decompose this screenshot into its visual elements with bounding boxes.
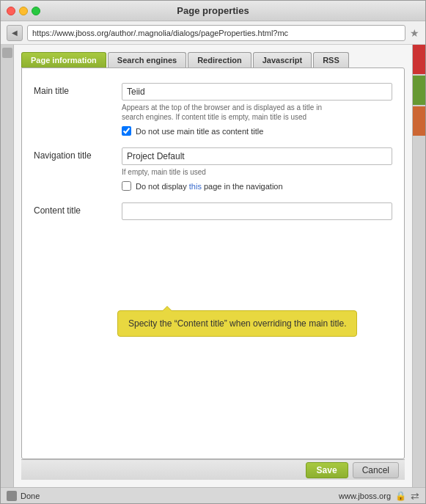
content-area: Page information Search engines Redirect…: [1, 45, 425, 487]
right-strip-bar-2: [413, 76, 425, 105]
navigation-title-row: Navigation title If empty, main title is…: [34, 147, 392, 191]
back-button[interactable]: ◀: [7, 25, 23, 41]
navigation-title-checkbox[interactable]: [122, 181, 131, 191]
navigation-title-input[interactable]: [122, 147, 392, 165]
navigation-title-checkbox-label: Do not display this page in the navigati…: [136, 182, 283, 191]
left-strip-icon: [2, 48, 12, 58]
title-bar: Page properties: [1, 1, 425, 21]
content-title-label: Content title: [34, 202, 122, 216]
content-title-input[interactable]: [122, 202, 392, 220]
status-bar: Done www.jboss.org 🔒 ⇄: [1, 487, 425, 503]
tab-javascript[interactable]: Javascript: [253, 52, 312, 67]
main-title-label: Main title: [34, 83, 122, 96]
left-sidebar-strip: [1, 45, 14, 487]
title-bar-buttons: [7, 7, 40, 15]
status-text: Done: [21, 492, 40, 500]
main-title-checkbox-label: Do not use main title as content title: [136, 127, 263, 136]
address-input[interactable]: [27, 25, 405, 41]
navigation-title-hint: If empty, main title is used: [122, 167, 392, 177]
content-title-field: [122, 202, 392, 220]
status-right: www.jboss.org 🔒 ⇄: [339, 490, 419, 502]
navigation-title-label: Navigation title: [34, 147, 122, 161]
save-button[interactable]: Save: [306, 462, 348, 478]
tab-page-information[interactable]: Page information: [21, 52, 106, 67]
right-strip-bar-1: [413, 45, 425, 74]
main-title-field: Appears at the top of the browser and is…: [122, 83, 392, 136]
tabs-row: Page information Search engines Redirect…: [21, 52, 405, 67]
cancel-button[interactable]: Cancel: [353, 462, 399, 478]
right-sidebar-strip: [412, 45, 425, 487]
status-domain: www.jboss.org: [339, 492, 391, 500]
window-title: Page properties: [177, 5, 249, 16]
bottom-action-bar: Save Cancel: [21, 459, 405, 480]
status-left: Done: [7, 491, 40, 501]
form-container: Main title Appears at the top of the bro…: [21, 67, 405, 459]
main-title-input[interactable]: [122, 83, 392, 101]
right-strip-bar-3: [413, 106, 425, 136]
nav-arrows-icon: ⇄: [411, 490, 419, 502]
status-icon: [7, 491, 17, 501]
window-chrome: Page properties ◀ ★ Page information Sea…: [0, 0, 426, 504]
close-button[interactable]: [7, 7, 15, 15]
main-title-hint: Appears at the top of the browser and is…: [122, 103, 392, 122]
address-bar: ◀ ★: [1, 21, 425, 45]
main-title-checkbox[interactable]: [122, 126, 131, 136]
content-title-row: Content title: [34, 202, 392, 220]
tab-search-engines[interactable]: Search engines: [108, 52, 186, 67]
callout-tooltip: Specity the “Content title” when overrid…: [117, 310, 357, 337]
bookmark-icon[interactable]: ★: [410, 27, 419, 39]
dialog-panel: Page information Search engines Redirect…: [14, 45, 412, 487]
minimize-button[interactable]: [19, 7, 28, 15]
lock-icon: 🔒: [395, 491, 406, 501]
tab-rss[interactable]: RSS: [313, 52, 349, 67]
navigation-title-field: If empty, main title is used Do not disp…: [122, 147, 392, 191]
maximize-button[interactable]: [32, 7, 40, 15]
navigation-title-checkbox-row: Do not display this page in the navigati…: [122, 181, 392, 191]
navigation-link[interactable]: this: [189, 182, 202, 191]
main-title-row: Main title Appears at the top of the bro…: [34, 83, 392, 136]
callout-text: Specity the “Content title” when overrid…: [128, 318, 346, 329]
tab-redirection[interactable]: Redirection: [188, 52, 251, 67]
main-title-checkbox-row: Do not use main title as content title: [122, 126, 392, 136]
